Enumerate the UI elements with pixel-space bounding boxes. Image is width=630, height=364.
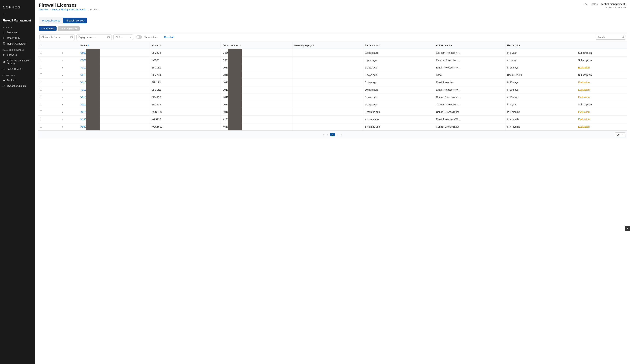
- col-active[interactable]: Active license: [434, 42, 505, 49]
- help-fab[interactable]: ?: [625, 226, 630, 231]
- breadcrumb-overview[interactable]: Overview: [39, 8, 48, 11]
- cell-earliest: 5 months ago: [363, 123, 434, 130]
- expand-row-icon[interactable]: ›: [62, 59, 63, 62]
- expiry-between-filter[interactable]: Expiry between: [76, 34, 112, 40]
- expand-row-icon[interactable]: ›: [62, 51, 63, 54]
- row-checkbox[interactable]: [40, 59, 42, 61]
- cell-active: Central Orchestration: [434, 108, 505, 116]
- row-checkbox[interactable]: [40, 125, 42, 128]
- col-name[interactable]: Name⇅: [79, 42, 150, 49]
- row-checkbox[interactable]: [40, 96, 42, 98]
- cell-warranty: [292, 86, 363, 93]
- sidebar: SOPHOS ← Firewall Management ANALYZEDash…: [0, 0, 35, 364]
- expand-row-icon[interactable]: ›: [62, 73, 63, 76]
- expand-row-icon[interactable]: ›: [62, 88, 63, 91]
- cell-warranty: [292, 64, 363, 71]
- sidebar-item-dashboard[interactable]: Dashboard: [0, 29, 35, 35]
- sidebar-item-tasks-queue[interactable]: Tasks Queue: [0, 66, 35, 72]
- page-prev[interactable]: ‹: [327, 133, 328, 136]
- claim-firewall-button[interactable]: Claim firewall: [39, 26, 56, 31]
- cell-next: Dec 31, 2999: [505, 71, 576, 79]
- select-all-checkbox[interactable]: [40, 44, 42, 46]
- col-earliest[interactable]: Earliest start: [363, 42, 434, 49]
- breadcrumb-dashboard[interactable]: Firewall Management Dashboard: [52, 8, 86, 11]
- row-checkbox[interactable]: [40, 88, 42, 91]
- fire-icon: [2, 53, 5, 56]
- sidebar-item-label: Dynamic Objects: [7, 84, 26, 87]
- check-icon: [2, 68, 5, 70]
- row-checkbox[interactable]: [40, 51, 42, 54]
- breadcrumb: Overview / Firewall Management Dashboard…: [39, 8, 99, 11]
- row-checkbox[interactable]: [40, 81, 42, 83]
- cell-warranty: [292, 93, 363, 101]
- row-checkbox[interactable]: [40, 110, 42, 113]
- cell-active: Central Orchestration: [434, 123, 505, 130]
- tab-firewall-licenses[interactable]: Firewall licenses: [63, 18, 87, 23]
- row-checkbox[interactable]: [40, 66, 42, 68]
- sort-icon: ⇅: [312, 44, 314, 46]
- row-checkbox[interactable]: [40, 103, 42, 105]
- theme-toggle-icon[interactable]: [584, 2, 588, 6]
- cell-type: Evaluation: [576, 79, 627, 86]
- cell-next: in 20 days: [505, 86, 576, 93]
- page-current[interactable]: 1: [330, 133, 335, 136]
- sidebar-item-sdwan-groups[interactable]: SD-WAN Connection Groups: [0, 58, 35, 66]
- search-input[interactable]: [598, 36, 622, 38]
- row-checkbox[interactable]: [40, 73, 42, 76]
- expand-row-icon[interactable]: ›: [62, 66, 63, 69]
- expand-row-icon[interactable]: ›: [62, 81, 63, 84]
- col-next[interactable]: Next expiry: [505, 42, 576, 49]
- cell-type: Subscription: [576, 56, 627, 64]
- cell-type: Evaluation: [576, 123, 627, 130]
- cell-warranty: [292, 101, 363, 108]
- sidebar-item-backup[interactable]: Backup: [0, 77, 35, 83]
- expand-row-icon[interactable]: ›: [62, 118, 63, 121]
- sidebar-item-report-generator[interactable]: Report Generator: [0, 41, 35, 46]
- sidebar-item-dynamic-objects[interactable]: Dynamic Objects: [0, 83, 35, 89]
- expand-row-icon[interactable]: ›: [62, 125, 63, 128]
- table-row: › V01001 SFVUNL V01001 10 days ago Email…: [38, 86, 627, 93]
- cell-active: Xstream Protection …: [434, 49, 505, 56]
- page-last[interactable]: »: [341, 133, 342, 136]
- sidebar-item-firewalls[interactable]: Firewalls: [0, 52, 35, 58]
- cell-model: SFV2C4: [150, 49, 221, 56]
- sidebar-item-label: Firewalls: [7, 53, 17, 56]
- cell-earliest: 9 days ago: [363, 71, 434, 79]
- expand-row-icon[interactable]: ›: [62, 96, 63, 99]
- reset-all-link[interactable]: Reset all: [164, 36, 174, 38]
- cell-earliest: 5 days ago: [363, 64, 434, 71]
- table-row: › V01001 SFVUNL V01001 5 days ago Email …: [38, 79, 627, 86]
- sort-icon: ⇅: [239, 44, 241, 46]
- expand-row-icon[interactable]: ›: [62, 103, 63, 106]
- help-menu[interactable]: Help▾: [591, 3, 598, 5]
- claimed-between-filter[interactable]: Claimed between: [40, 34, 75, 40]
- col-serial[interactable]: Serial number⇅: [221, 42, 292, 49]
- table-row: › X65004 XGS6500 X65004 5 months ago Cen…: [38, 123, 627, 130]
- expand-row-icon[interactable]: ›: [62, 110, 63, 113]
- page-size-select[interactable]: 25⌄: [615, 132, 625, 137]
- cell-active: Email Protection: [434, 79, 505, 86]
- sidebar-item-report-hub[interactable]: Report Hub: [0, 35, 35, 41]
- search-box[interactable]: [596, 35, 626, 40]
- show-hidden-toggle[interactable]: [136, 35, 142, 39]
- page-next[interactable]: ›: [338, 133, 338, 136]
- back-button[interactable]: ←: [0, 11, 35, 17]
- page-title: Firewall Licenses: [39, 2, 99, 8]
- page-first[interactable]: «: [323, 133, 324, 136]
- redaction-block: [228, 49, 242, 131]
- pagination: « ‹ 1 › » 25⌄: [38, 130, 627, 138]
- cell-type: Evaluation: [576, 86, 627, 93]
- cell-earliest: 5 days ago: [363, 79, 434, 86]
- tab-product-licenses[interactable]: Product licenses: [39, 18, 63, 23]
- cell-next: in a month: [505, 116, 576, 123]
- sidebar-item-label: Tasks Queue: [7, 68, 22, 70]
- cell-warranty: [292, 71, 363, 79]
- sidebar-item-label: Dashboard: [7, 31, 19, 34]
- row-checkbox[interactable]: [40, 118, 42, 120]
- sidebar-item-label: Backup: [7, 79, 15, 82]
- status-filter[interactable]: Status ⌄: [114, 34, 133, 40]
- account-menu[interactable]: central management▾: [601, 3, 626, 5]
- col-warranty[interactable]: Warranty expiry⇅: [292, 42, 363, 49]
- col-model[interactable]: Model⇅: [150, 42, 221, 49]
- cell-active: Xstream Protection …: [434, 56, 505, 64]
